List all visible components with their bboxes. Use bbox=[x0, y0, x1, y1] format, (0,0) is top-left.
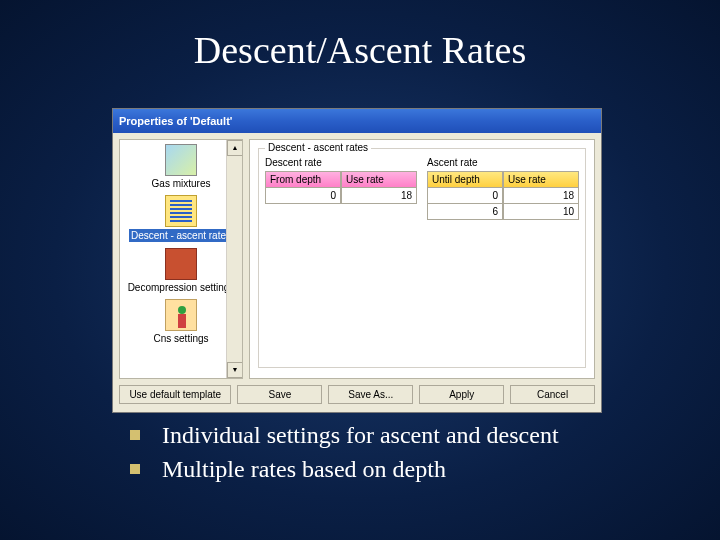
bullet-icon bbox=[130, 464, 140, 474]
category-sidebar: Gas mixtures Descent - ascent rates Deco… bbox=[119, 139, 243, 379]
save-button[interactable]: Save bbox=[237, 385, 322, 404]
sidebar-item-descent-ascent-rates[interactable]: Descent - ascent rates bbox=[123, 195, 239, 242]
ascent-col2-header[interactable]: Use rate bbox=[503, 171, 579, 188]
list-item: Multiple rates based on depth bbox=[130, 452, 660, 486]
bullet-icon bbox=[130, 430, 140, 440]
ascent-rate-table: Ascent rate Until depth Use rate 0 18 6 … bbox=[427, 157, 579, 220]
properties-dialog: Properties of 'Default' Gas mixtures Des… bbox=[112, 108, 602, 413]
gas-mixtures-icon bbox=[165, 144, 197, 176]
sidebar-scrollbar[interactable]: ▲ ▼ bbox=[226, 140, 242, 378]
ascent-until-depth-cell[interactable]: 0 bbox=[427, 188, 503, 204]
sidebar-item-label: Descent - ascent rates bbox=[129, 229, 233, 242]
group-legend: Descent - ascent rates bbox=[265, 142, 371, 153]
sidebar-item-cns-settings[interactable]: Cns settings bbox=[123, 299, 239, 344]
dialog-body: Gas mixtures Descent - ascent rates Deco… bbox=[113, 133, 601, 385]
sidebar-item-gas-mixtures[interactable]: Gas mixtures bbox=[123, 144, 239, 189]
descent-rate-table: Descent rate From depth Use rate 0 18 bbox=[265, 157, 417, 220]
dialog-title-text: Properties of 'Default' bbox=[119, 115, 232, 127]
descent-caption: Descent rate bbox=[265, 157, 417, 168]
bullet-text: Multiple rates based on depth bbox=[162, 452, 446, 486]
use-default-template-button[interactable]: Use default template bbox=[119, 385, 231, 404]
bullet-text: Individual settings for ascent and desce… bbox=[162, 418, 559, 452]
descent-use-rate-cell[interactable]: 18 bbox=[341, 188, 417, 204]
dialog-titlebar[interactable]: Properties of 'Default' bbox=[113, 109, 601, 133]
rates-group: Descent - ascent rates Descent rate From… bbox=[258, 148, 586, 368]
sidebar-item-decompression[interactable]: Decompression settings bbox=[123, 248, 239, 293]
decompression-icon bbox=[165, 248, 197, 280]
descent-from-depth-cell[interactable]: 0 bbox=[265, 188, 341, 204]
table-row[interactable]: 6 10 bbox=[427, 204, 579, 220]
table-row[interactable]: 0 18 bbox=[265, 188, 417, 204]
ascent-use-rate-cell[interactable]: 10 bbox=[503, 204, 579, 220]
main-panel: Descent - ascent rates Descent rate From… bbox=[249, 139, 595, 379]
descent-col1-header[interactable]: From depth bbox=[265, 171, 341, 188]
cns-icon bbox=[165, 299, 197, 331]
ascent-use-rate-cell[interactable]: 18 bbox=[503, 188, 579, 204]
save-as-button[interactable]: Save As... bbox=[328, 385, 413, 404]
slide-title: Descent/Ascent Rates bbox=[0, 0, 720, 72]
cancel-button[interactable]: Cancel bbox=[510, 385, 595, 404]
list-item: Individual settings for ascent and desce… bbox=[130, 418, 660, 452]
dialog-button-row: Use default template Save Save As... App… bbox=[113, 385, 601, 412]
slide-bullets: Individual settings for ascent and desce… bbox=[130, 418, 660, 486]
rates-icon bbox=[165, 195, 197, 227]
ascent-col1-header[interactable]: Until depth bbox=[427, 171, 503, 188]
sidebar-item-label: Cns settings bbox=[153, 333, 208, 344]
sidebar-item-label: Decompression settings bbox=[128, 282, 235, 293]
sidebar-item-label: Gas mixtures bbox=[152, 178, 211, 189]
scroll-down-button[interactable]: ▼ bbox=[227, 362, 243, 378]
ascent-until-depth-cell[interactable]: 6 bbox=[427, 204, 503, 220]
ascent-caption: Ascent rate bbox=[427, 157, 579, 168]
descent-col2-header[interactable]: Use rate bbox=[341, 171, 417, 188]
apply-button[interactable]: Apply bbox=[419, 385, 504, 404]
table-row[interactable]: 0 18 bbox=[427, 188, 579, 204]
scroll-up-button[interactable]: ▲ bbox=[227, 140, 243, 156]
